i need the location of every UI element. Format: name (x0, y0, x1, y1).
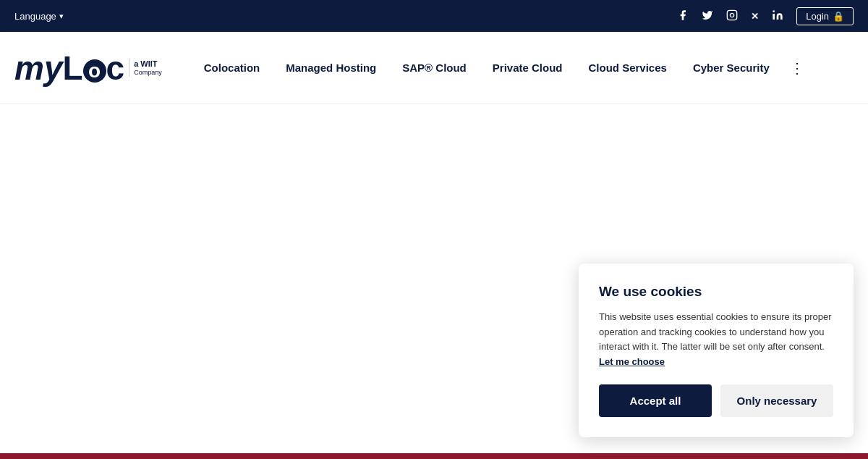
twitter-icon[interactable] (702, 9, 713, 23)
logo-L: L (62, 51, 82, 85)
logo: my L o c a WIIT Company (14, 51, 162, 85)
nav-item-cloud-services[interactable]: Cloud Services (575, 62, 679, 74)
main-content: We use cookies This website uses essenti… (0, 104, 868, 459)
logo-my: my (14, 51, 62, 85)
linkedin-icon[interactable] (772, 9, 783, 23)
cookie-text: This website uses essential cookies to e… (599, 310, 833, 370)
logo-c: c (106, 51, 125, 85)
bottom-strip (0, 453, 868, 459)
lock-icon: 🔒 (833, 11, 844, 22)
nav-item-private-cloud[interactable]: Private Cloud (480, 62, 576, 74)
nav-item-cyber-security[interactable]: Cyber Security (680, 62, 783, 74)
wiit-label: a WIIT (134, 59, 162, 69)
logo-sub: a WIIT Company (129, 59, 162, 77)
nav-bar: my L o c a WIIT Company Colocation Manag… (0, 32, 868, 104)
top-bar: Language ✕ Login 🔒 (0, 0, 868, 32)
cookie-buttons: Accept all Only necessary (599, 384, 833, 417)
only-necessary-button[interactable]: Only necessary (720, 384, 833, 417)
accept-all-button[interactable]: Accept all (599, 384, 712, 417)
nav-item-colocation[interactable]: Colocation (191, 62, 273, 74)
xing-icon[interactable]: ✕ (751, 11, 759, 22)
svg-point-2 (773, 10, 775, 12)
brand-logo: my L o c (14, 51, 124, 85)
cookie-body-text: This website uses essential cookies to e… (599, 311, 832, 353)
cookie-title: We use cookies (599, 284, 833, 300)
login-label: Login (806, 11, 829, 22)
company-label: Company (134, 69, 162, 76)
let-me-choose-link[interactable]: Let me choose (599, 356, 665, 367)
nav-more-button[interactable]: ⋮ (783, 59, 812, 77)
top-bar-right: ✕ Login 🔒 (677, 7, 854, 25)
nav-item-sap-cloud[interactable]: SAP® Cloud (389, 62, 480, 74)
language-button[interactable]: Language (14, 11, 64, 22)
nav-item-managed-hosting[interactable]: Managed Hosting (273, 62, 389, 74)
instagram-icon[interactable] (726, 9, 738, 23)
facebook-icon[interactable] (677, 9, 689, 23)
logo-o-circle: o (83, 59, 106, 83)
svg-rect-0 (728, 10, 737, 20)
cookie-banner: We use cookies This website uses essenti… (579, 264, 854, 437)
nav-links: Colocation Managed Hosting SAP® Cloud Pr… (191, 59, 854, 77)
login-button[interactable]: Login 🔒 (796, 7, 854, 25)
